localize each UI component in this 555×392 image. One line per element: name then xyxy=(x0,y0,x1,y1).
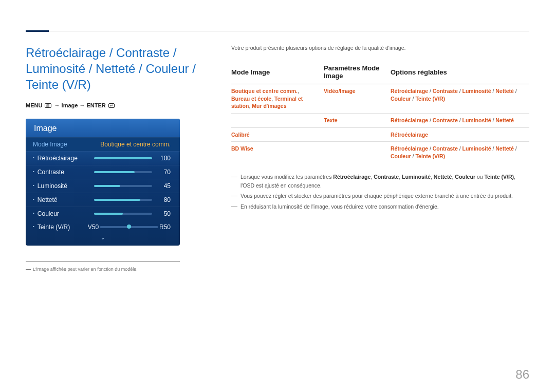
osd-title: Image xyxy=(26,119,180,137)
cell-options: Rétroéclairage / Contraste / Luminosité … xyxy=(391,117,523,124)
osd-item-value: 100 xyxy=(156,155,171,162)
osd-tint-row: • Teinte (V/R) V50 R50 xyxy=(26,220,180,234)
osd-slider xyxy=(94,157,152,159)
note-row: Lorsque vous modifiez les paramètres Rét… xyxy=(231,173,529,190)
th-mode: Mode Image xyxy=(231,61,324,84)
osd-item-value: 80 xyxy=(156,196,171,203)
note-row: Vous pouvez régler et stocker des paramè… xyxy=(231,192,529,200)
notes-list: Lorsque vous modifiez les paramètres Rét… xyxy=(231,173,529,211)
osd-preview: Image Mode Image Boutique et centre comm… xyxy=(26,119,180,246)
page-title: Rétroéclairage / Contraste / Luminosité … xyxy=(26,45,200,93)
note-row: En réduisant la luminosité de l'image, v… xyxy=(231,202,529,211)
osd-slider xyxy=(94,199,152,201)
dash-icon xyxy=(231,177,237,190)
cell-mode: Calibré xyxy=(231,131,318,139)
breadcrumb-image: Image xyxy=(62,102,78,108)
table-row: BD WiseRétroéclairage / Contraste / Lumi… xyxy=(231,142,529,163)
osd-item-value: 70 xyxy=(156,169,171,176)
bullet-icon: • xyxy=(33,169,34,174)
header-rule xyxy=(26,31,529,32)
bullet-icon: • xyxy=(33,183,34,188)
menu-icon: ▥ xyxy=(45,103,51,108)
enter-icon: ↵ xyxy=(108,103,115,108)
breadcrumb: MENU ▥ → Image → ENTER ↵ xyxy=(26,102,200,108)
osd-slider-row: •Contraste70 xyxy=(26,165,180,179)
breadcrumb-enter: ENTER xyxy=(87,102,106,108)
page-number: 86 xyxy=(515,367,529,382)
osd-item-label: Couleur xyxy=(38,210,94,217)
bullet-icon: • xyxy=(33,211,34,215)
osd-slider xyxy=(94,213,152,215)
intro-text: Votre produit présente plusieurs options… xyxy=(231,45,529,51)
cell-param: Texte xyxy=(324,117,384,124)
cell-mode: BD Wise xyxy=(231,145,318,153)
cell-options: Rétroéclairage / Contraste / Luminosité … xyxy=(391,145,523,160)
osd-slider-row: •Rétroéclairage100 xyxy=(26,151,180,165)
osd-slider-row: •Couleur50 xyxy=(26,207,180,220)
dash-icon xyxy=(231,207,237,211)
osd-tint-bar xyxy=(100,226,158,228)
osd-mode-row: Mode Image Boutique et centre comm. xyxy=(26,137,180,151)
osd-item-label: Contraste xyxy=(38,169,94,176)
th-param: Paramètres Mode Image xyxy=(324,61,391,84)
cell-param: Vidéo/Image xyxy=(324,87,384,95)
footnote-rule xyxy=(26,261,180,262)
osd-tint-label: Teinte (V/R) xyxy=(38,223,88,231)
osd-tint-thumb xyxy=(127,225,131,229)
note-text: Lorsque vous modifiez les paramètres Rét… xyxy=(240,173,529,190)
table-row: Boutique et centre comm., Bureau et écol… xyxy=(231,84,529,114)
dash-icon xyxy=(26,269,31,270)
osd-slider xyxy=(94,171,152,173)
osd-slider-row: •Netteté80 xyxy=(26,193,180,207)
osd-slider-row: •Luminosité45 xyxy=(26,179,180,193)
dash-icon xyxy=(231,196,237,200)
note-text: En réduisant la luminosité de l'image, v… xyxy=(240,202,439,211)
osd-item-value: 45 xyxy=(156,182,171,190)
chevron-down-icon: ⌄ xyxy=(26,234,180,246)
table-row: CalibréRétroéclairage xyxy=(231,127,529,142)
cell-options: Rétroéclairage / Contraste / Luminosité … xyxy=(391,87,523,102)
osd-item-value: 50 xyxy=(156,210,171,217)
bullet-icon: • xyxy=(33,155,34,160)
breadcrumb-arrow-2: → xyxy=(79,102,85,108)
options-table: Mode Image Paramètres Mode Image Options… xyxy=(231,61,529,163)
bullet-icon: • xyxy=(33,197,34,201)
osd-item-label: Luminosité xyxy=(38,182,94,190)
osd-mode-value: Boutique et centre comm. xyxy=(89,141,171,148)
th-options: Options réglables xyxy=(391,61,529,84)
footnote-small-text: L'image affichée peut varier en fonction… xyxy=(33,267,138,272)
osd-slider xyxy=(94,185,152,187)
note-text: Vous pouvez régler et stocker des paramè… xyxy=(240,192,513,200)
osd-item-label: Rétroéclairage xyxy=(38,155,94,162)
footnote-small: L'image affichée peut varier en fonction… xyxy=(26,267,200,272)
table-row: TexteRétroéclairage / Contraste / Lumino… xyxy=(231,114,529,128)
osd-tint-left: V50 xyxy=(88,223,99,231)
cell-options: Rétroéclairage xyxy=(391,131,523,139)
breadcrumb-menu: MENU xyxy=(26,102,42,108)
bullet-icon: • xyxy=(33,224,34,229)
osd-tint-right: R50 xyxy=(159,223,171,231)
osd-item-label: Netteté xyxy=(38,196,94,203)
cell-mode: Boutique et centre comm., Bureau et écol… xyxy=(231,87,318,110)
osd-mode-label: Mode Image xyxy=(33,141,89,148)
breadcrumb-arrow-1: → xyxy=(54,102,60,108)
